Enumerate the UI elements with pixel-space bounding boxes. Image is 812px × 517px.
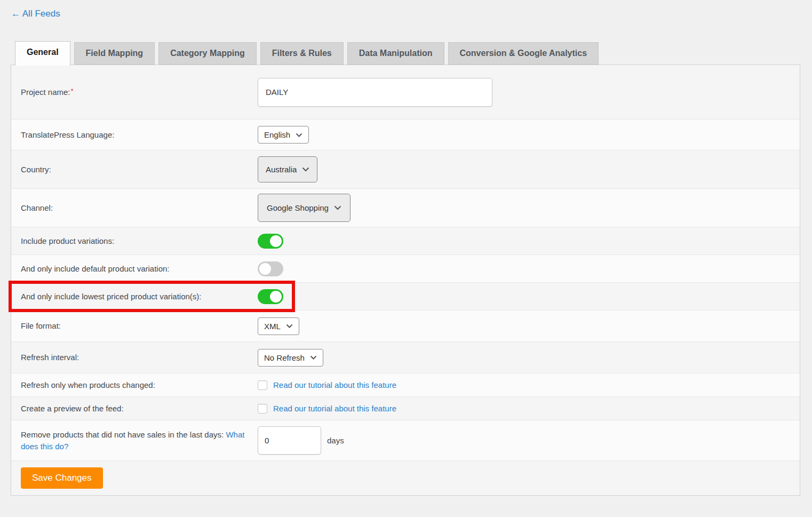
form-row-refresh-interval: Refresh interval: No Refresh <box>11 342 800 373</box>
file-format-select[interactable]: XML <box>258 317 299 335</box>
lowest-priced-toggle[interactable] <box>258 289 283 304</box>
preview-feed-tutorial-link[interactable]: Read our tutorial about this feature <box>273 404 396 413</box>
remove-no-sales-label: Remove products that did not have sales … <box>11 429 258 452</box>
refresh-interval-label: Refresh interval: <box>11 352 258 363</box>
form-row-preview-feed: Create a preview of the feed: Read our t… <box>11 397 800 420</box>
chevron-down-icon <box>286 324 293 328</box>
toggle-knob <box>259 263 271 275</box>
include-variations-toggle[interactable] <box>258 234 283 249</box>
remove-no-sales-label-text: Remove products that did not have sales … <box>21 430 224 439</box>
form-row-language: TranslatePress Language: English <box>11 120 800 150</box>
project-name-label-text: Project name: <box>21 88 70 97</box>
tab-conversion-analytics[interactable]: Conversion & Google Analytics <box>448 42 599 65</box>
language-select[interactable]: English <box>258 126 309 144</box>
project-name-input[interactable] <box>258 78 492 107</box>
chevron-down-icon <box>302 167 309 172</box>
chevron-down-icon <box>296 133 302 137</box>
preview-feed-label: Create a preview of the feed: <box>11 403 258 415</box>
refresh-interval-select[interactable]: No Refresh <box>258 349 323 367</box>
form-row-save: Save Changes <box>11 461 800 495</box>
form-row-refresh-changed: Refresh only when products changed: Read… <box>11 373 800 397</box>
all-feeds-back-link[interactable]: ← All Feeds <box>11 9 60 19</box>
form-row-remove-no-sales: Remove products that did not have sales … <box>11 420 800 461</box>
default-variation-label: And only include default product variati… <box>11 263 258 275</box>
refresh-changed-tutorial-link[interactable]: Read our tutorial about this feature <box>273 380 396 389</box>
channel-select-value: Google Shopping <box>267 203 329 212</box>
channel-label: Channel: <box>11 202 258 214</box>
form-row-file-format: File format: XML <box>11 311 800 342</box>
required-asterisk: * <box>71 87 74 95</box>
form-row-default-variation: And only include default product variati… <box>11 255 800 283</box>
refresh-changed-checkbox[interactable] <box>258 380 267 390</box>
form-row-country: Country: Australia <box>11 150 800 189</box>
form-row-project-name: Project name:* <box>11 65 800 120</box>
refresh-changed-label: Refresh only when products changed: <box>11 379 258 391</box>
language-select-value: English <box>264 130 290 139</box>
days-suffix-label: days <box>327 436 344 445</box>
channel-select[interactable]: Google Shopping <box>258 194 351 222</box>
tab-data-manipulation[interactable]: Data Manipulation <box>347 42 444 65</box>
tab-field-mapping[interactable]: Field Mapping <box>74 42 155 65</box>
file-format-label: File format: <box>11 320 258 332</box>
language-label: TranslatePress Language: <box>11 129 258 141</box>
refresh-interval-select-value: No Refresh <box>264 353 305 362</box>
country-select-value: Australia <box>266 165 297 174</box>
form-row-include-variations: Include product variations: <box>11 227 800 255</box>
form-row-lowest-priced-variation: And only include lowest priced product v… <box>11 283 800 311</box>
tab-bar: General Field Mapping Category Mapping F… <box>0 41 812 65</box>
preview-feed-checkbox[interactable] <box>258 404 267 413</box>
remove-no-sales-days-input[interactable] <box>258 426 321 455</box>
toggle-knob <box>270 291 282 303</box>
tab-filters-rules[interactable]: Filters & Rules <box>260 42 344 65</box>
tab-general[interactable]: General <box>15 41 70 66</box>
lowest-priced-label: And only include lowest priced product v… <box>11 291 258 303</box>
save-changes-button[interactable]: Save Changes <box>21 467 103 489</box>
file-format-select-value: XML <box>264 322 281 331</box>
chevron-down-icon <box>310 355 317 360</box>
country-select[interactable]: Australia <box>258 156 317 182</box>
general-settings-panel: Project name:* TranslatePress Language: … <box>11 65 800 496</box>
tab-category-mapping[interactable]: Category Mapping <box>158 42 257 65</box>
form-row-channel: Channel: Google Shopping <box>11 189 800 227</box>
default-variation-toggle[interactable] <box>258 261 283 276</box>
include-variations-label: Include product variations: <box>11 235 258 247</box>
country-label: Country: <box>11 164 258 176</box>
project-name-label: Project name:* <box>11 86 258 98</box>
toggle-knob <box>270 235 282 247</box>
chevron-down-icon <box>334 205 341 210</box>
